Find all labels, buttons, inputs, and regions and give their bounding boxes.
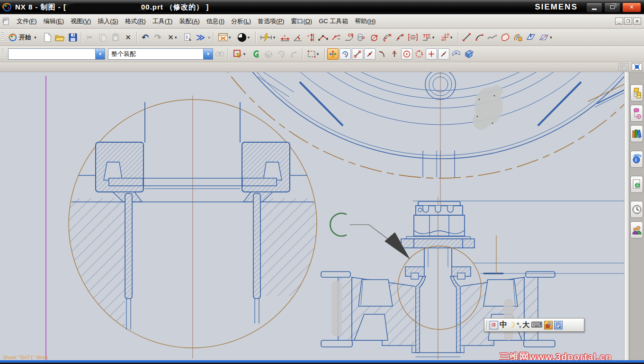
- snap-point-button[interactable]: ▾: [230, 47, 249, 60]
- menu-insert[interactable]: 插入(S): [94, 15, 121, 27]
- display-window-button[interactable]: ▾: [215, 31, 234, 44]
- menu-format[interactable]: 格式(R): [122, 15, 149, 27]
- ordinate-dimension-button[interactable]: ▾: [419, 31, 438, 44]
- quadrant-snap-toggle[interactable]: [413, 48, 425, 60]
- orient-view-button[interactable]: [287, 47, 300, 60]
- vertical-scrollbar[interactable]: [624, 72, 629, 360]
- menu-edit[interactable]: 编辑(E): [40, 15, 67, 27]
- menu-assemblies[interactable]: 装配(A): [176, 15, 203, 27]
- delete-button[interactable]: ✕: [122, 31, 134, 44]
- menu-information[interactable]: 信息(I): [203, 15, 228, 27]
- rotate-view-button[interactable]: [275, 47, 287, 60]
- section-curve-tool-button[interactable]: [511, 31, 524, 44]
- start-button[interactable]: 开始▾: [5, 31, 41, 44]
- chamfer-dimension-button[interactable]: C5: [342, 31, 355, 44]
- point-on-curve-snap-toggle[interactable]: [438, 48, 449, 60]
- internet-explorer-tab[interactable]: i: [630, 151, 643, 168]
- redo-button[interactable]: ↷: [152, 31, 164, 44]
- selection-filter-combo[interactable]: ▾: [8, 48, 105, 60]
- angular-dimension-button[interactable]: [291, 31, 304, 44]
- deselect-dropdown-button[interactable]: ✕▾: [164, 31, 181, 44]
- autodimension-button[interactable]: ▾: [258, 31, 278, 44]
- vertical-dimension-button[interactable]: x: [304, 31, 317, 44]
- restore-button[interactable]: [604, 2, 620, 12]
- tangent-point-snap-toggle[interactable]: [376, 48, 388, 60]
- constraint-navigator-tab[interactable]: [630, 105, 643, 122]
- rendering-style-button[interactable]: ▾: [234, 31, 253, 44]
- ime-chinese-mode[interactable]: 中: [500, 320, 507, 330]
- arc-center-snap-toggle[interactable]: [401, 48, 412, 60]
- assembly-navigator-tab[interactable]: [630, 84, 643, 101]
- close-button[interactable]: ✕: [622, 2, 641, 12]
- mid-point-snap-toggle[interactable]: [364, 48, 376, 60]
- snap-rollover-toggle[interactable]: [340, 48, 351, 60]
- menu-preferences[interactable]: 首选项(P): [254, 15, 287, 27]
- toolbar-overflow[interactable]: »: [207, 35, 211, 40]
- ime-size-toggle[interactable]: 大: [522, 320, 529, 329]
- menu-file[interactable]: 文件(F): [13, 15, 40, 27]
- view-sync-button[interactable]: [618, 63, 629, 71]
- linear-dimension-button[interactable]: x: [278, 31, 291, 44]
- point-on-surface-snap-toggle[interactable]: [450, 48, 462, 60]
- menu-tools[interactable]: 工具(T): [149, 15, 176, 27]
- enable-snap-point-toggle[interactable]: [327, 48, 339, 60]
- spline-tool-button[interactable]: [486, 31, 499, 44]
- menu-view[interactable]: 视图(V): [67, 15, 94, 27]
- menu-help[interactable]: 帮助(H): [351, 15, 379, 27]
- new-part-button[interactable]: [41, 31, 54, 44]
- menu-gc-toolbox[interactable]: GC 工具箱: [315, 15, 351, 27]
- ime-wordbank-icon[interactable]: [544, 321, 553, 329]
- information-button[interactable]: i: [181, 31, 194, 44]
- minimize-button[interactable]: [586, 2, 602, 12]
- roles-tab[interactable]: [630, 221, 643, 238]
- history-palette-tab[interactable]: [630, 201, 643, 218]
- toolbar-grip[interactable]: [1, 49, 4, 59]
- show-shaded-button[interactable]: [262, 47, 275, 60]
- baseline-dimension-button[interactable]: [330, 31, 342, 44]
- apex-snap-toggle[interactable]: [389, 48, 400, 60]
- mdi-close-button[interactable]: ✕: [633, 18, 641, 25]
- folded-radius-dimension-button[interactable]: R: [394, 31, 406, 44]
- view-popup-button[interactable]: ≫: [194, 31, 207, 44]
- back-button[interactable]: [249, 47, 262, 60]
- ime-punctuation-toggle[interactable]: °,: [517, 321, 521, 328]
- menu-window[interactable]: 窗口(O): [287, 15, 315, 27]
- cut-button[interactable]: ✂: [83, 31, 96, 44]
- cylinder-dimension-button[interactable]: ⌀: [355, 31, 368, 44]
- thickness-dimension-button[interactable]: [406, 31, 419, 44]
- selection-scope-combo[interactable]: 整个装配 ▾: [108, 48, 213, 60]
- datum-axis-button[interactable]: ▾: [537, 31, 555, 44]
- find-component-button[interactable]: [213, 47, 226, 60]
- toolbar-grip[interactable]: [1, 32, 4, 43]
- copy-button[interactable]: [96, 31, 109, 44]
- mdi-minimize-button[interactable]: _: [615, 18, 623, 25]
- line-tool-button[interactable]: [460, 31, 473, 44]
- profile-tool-button[interactable]: [499, 31, 511, 44]
- ime-language-bar[interactable]: 体 中 ☽ °, 大 ⌨: [484, 318, 584, 332]
- undo-button[interactable]: ↶: [139, 31, 152, 44]
- ime-drag-handle[interactable]: [486, 320, 488, 330]
- ime-settings-icon[interactable]: [554, 321, 563, 329]
- graphics-area[interactable]: Sheet "SHT1" Work 三维网www.3dportal.cn 体 中…: [0, 72, 624, 360]
- coordinate-dimension-button[interactable]: ▾: [438, 31, 456, 44]
- restore-view-button[interactable]: [632, 63, 642, 71]
- radius-dimension-button[interactable]: R: [381, 31, 394, 44]
- combo-dropdown-icon[interactable]: ▾: [203, 49, 213, 59]
- combo-dropdown-icon[interactable]: ▾: [95, 49, 105, 59]
- mdi-restore-button[interactable]: ❐: [624, 18, 632, 25]
- end-point-snap-toggle[interactable]: [352, 48, 363, 60]
- ime-lang-icon[interactable]: 体: [490, 321, 498, 329]
- ime-shape-toggle-icon[interactable]: ☽: [509, 320, 515, 329]
- reuse-library-tab[interactable]: [630, 125, 643, 142]
- arc-tool-button[interactable]: [473, 31, 486, 44]
- rectangle-select-button[interactable]: ▾: [304, 47, 322, 60]
- datum-plane-button[interactable]: [524, 31, 537, 44]
- existing-point-snap-toggle[interactable]: [426, 48, 437, 60]
- hole-dimension-button[interactable]: ⌀: [368, 31, 381, 44]
- shaded-solid-icon[interactable]: [462, 47, 475, 60]
- chain-dimension-button[interactable]: [317, 31, 330, 44]
- open-button[interactable]: [54, 31, 66, 44]
- menu-analysis[interactable]: 分析(L): [228, 15, 254, 27]
- save-button[interactable]: [66, 31, 79, 44]
- paste-button[interactable]: [109, 31, 122, 44]
